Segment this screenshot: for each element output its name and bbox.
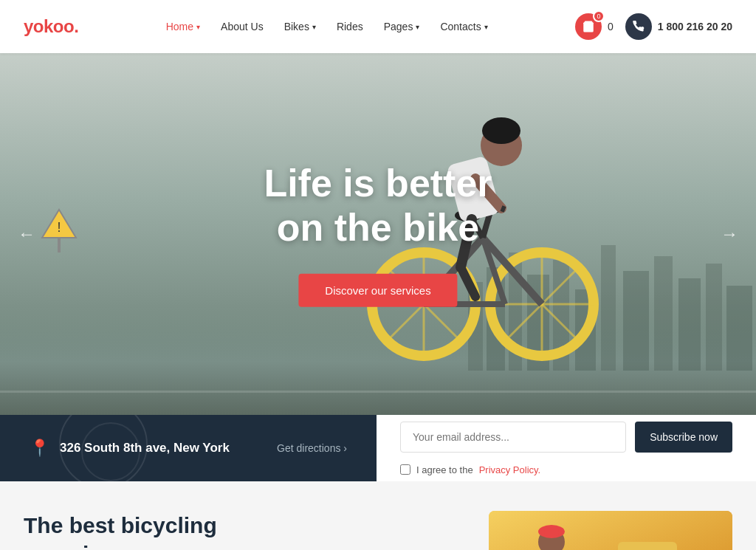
policy-text: I agree to the <box>416 464 473 475</box>
nav-item-home[interactable]: Home ▾ <box>166 21 200 32</box>
cart-count: 0 <box>608 21 614 32</box>
info-bar: 📍 326 South 8th ave, New York Get direct… <box>0 415 756 481</box>
bottom-image <box>489 511 732 550</box>
bottom-title: The best bicycling experience <box>24 511 459 550</box>
chevron-down-icon: ▾ <box>416 23 419 31</box>
phone-number: 1 800 216 20 20 <box>658 21 732 32</box>
cart-badge: 0 <box>593 10 605 22</box>
phone-icon-wrap <box>625 13 652 40</box>
svg-rect-10 <box>678 278 701 371</box>
chevron-down-icon: ▾ <box>196 23 200 31</box>
hero-prev-button[interactable]: ← <box>18 224 35 244</box>
bottom-image-inner <box>489 511 732 550</box>
header: yokoo. Home ▾ About Us Bikes ▾ Rides Pag… <box>0 0 756 53</box>
nav-item-contacts[interactable]: Contacts ▾ <box>440 21 487 32</box>
chevron-down-icon: ▾ <box>484 23 488 31</box>
bottom-section: The best bicycling experience <box>0 481 756 550</box>
bottom-text-block: The best bicycling experience <box>24 511 459 550</box>
nav-item-bikes[interactable]: Bikes ▾ <box>284 21 316 32</box>
nav-item-pages[interactable]: Pages ▾ <box>384 21 420 32</box>
hero-title: Life is better on the bike <box>264 162 492 250</box>
svg-rect-12 <box>726 286 752 371</box>
hero-section: ! Life is better on the bike Discover ou… <box>0 53 756 415</box>
location-pin-icon: 📍 <box>30 439 49 458</box>
subscribe-row: Subscribe now <box>400 422 732 453</box>
svg-rect-11 <box>706 264 722 371</box>
hero-content: Life is better on the bike Discover our … <box>264 162 492 307</box>
logo[interactable]: yokoo. <box>24 16 78 37</box>
cart-button[interactable]: 0 0 <box>575 13 614 40</box>
bottom-cyclist-image <box>489 511 732 550</box>
svg-rect-44 <box>618 542 677 550</box>
subscribe-button[interactable]: Subscribe now <box>635 422 732 453</box>
decorative-circle-2 <box>81 422 140 481</box>
subscribe-section: Subscribe now I agree to the Privacy Pol… <box>377 415 756 481</box>
logo-dot: . <box>74 16 78 36</box>
chevron-down-icon: ▾ <box>312 23 316 31</box>
svg-rect-9 <box>654 256 673 371</box>
hero-cta-button[interactable]: Discover our services <box>298 273 457 306</box>
privacy-policy-checkbox[interactable] <box>400 464 410 475</box>
phone-icon <box>633 21 645 32</box>
address-section: 📍 326 South 8th ave, New York Get direct… <box>0 415 377 481</box>
svg-point-37 <box>482 117 520 144</box>
header-actions: 0 0 1 800 216 20 20 <box>575 13 732 40</box>
svg-line-34 <box>501 208 505 210</box>
svg-rect-41 <box>489 511 732 550</box>
warning-sign: ! <box>41 208 78 252</box>
privacy-policy-row: I agree to the Privacy Policy. <box>400 464 540 475</box>
svg-rect-8 <box>623 271 649 371</box>
road-line <box>0 391 756 393</box>
privacy-policy-link[interactable]: Privacy Policy. <box>479 464 541 475</box>
svg-text:!: ! <box>57 220 61 235</box>
hero-next-button[interactable]: → <box>721 224 738 244</box>
nav-item-rides[interactable]: Rides <box>337 21 363 32</box>
svg-rect-54 <box>544 529 559 536</box>
nav-item-about[interactable]: About Us <box>221 21 264 32</box>
cart-icon-wrap: 0 <box>575 13 602 40</box>
main-nav: Home ▾ About Us Bikes ▾ Rides Pages ▾ Co… <box>166 21 488 32</box>
get-directions-link[interactable]: Get directions › <box>277 442 347 454</box>
email-input[interactable] <box>400 422 626 453</box>
logo-text: yokoo <box>24 16 74 36</box>
phone-button[interactable]: 1 800 216 20 20 <box>625 13 732 40</box>
cart-icon <box>582 20 595 33</box>
